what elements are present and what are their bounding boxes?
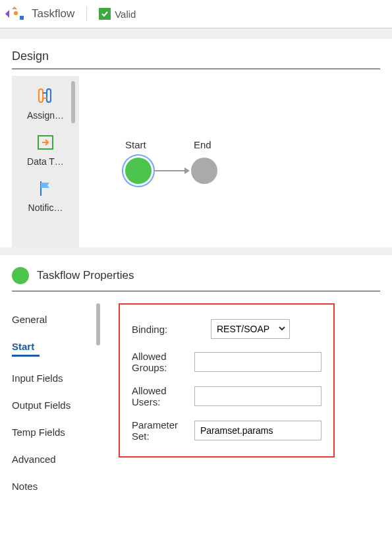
start-node-dot-icon — [12, 267, 29, 284]
tab-label: Input Fields — [12, 372, 63, 384]
top-bar: Taskflow Valid — [0, 0, 392, 28]
parameter-set-input[interactable] — [194, 421, 322, 440]
palette-item-assignment[interactable]: Assign… — [12, 81, 79, 127]
end-node-label: End — [194, 139, 211, 150]
binding-label: Binding: — [132, 324, 211, 335]
palette-item-label: Assign… — [27, 110, 64, 121]
palette: Assign… Data T… Notifi — [12, 76, 79, 247]
allowed-users-input[interactable] — [194, 386, 322, 406]
start-node[interactable] — [125, 158, 152, 184]
end-node[interactable] — [191, 158, 217, 184]
palette-item-notification[interactable]: Notific… — [12, 173, 79, 220]
tab-temp-fields[interactable]: Temp Fields — [12, 419, 100, 446]
allowed-groups-row: Allowed Groups: — [132, 351, 322, 373]
data-task-icon — [35, 134, 56, 151]
valid-label: Valid — [115, 9, 136, 20]
svg-point-2 — [14, 11, 18, 15]
parameter-set-row: Parameter Set: — [132, 419, 322, 442]
checkmark-icon — [99, 8, 111, 20]
valid-status: Valid — [99, 8, 136, 20]
allowed-users-label: Allowed Users: — [132, 385, 194, 407]
tab-output-fields[interactable]: Output Fields — [12, 392, 100, 419]
properties-header: Taskflow Properties — [12, 267, 380, 291]
allowed-groups-label: Allowed Groups: — [132, 351, 194, 373]
palette-scrollbar[interactable] — [71, 81, 75, 123]
properties-tabs: General Start Input Fields Output Fields… — [12, 303, 100, 514]
start-node-label: Start — [125, 139, 146, 150]
tab-label: Temp Fields — [12, 427, 65, 438]
assignment-icon — [35, 88, 56, 105]
design-body: Assign… Data T… Notifi — [12, 76, 380, 247]
properties-panel: Taskflow Properties General Start Input … — [0, 247, 392, 514]
design-title: Design — [12, 49, 380, 69]
palette-item-label: Data T… — [27, 156, 64, 167]
start-form: Binding: Allowed Groups: Allowed Users: — [119, 303, 380, 514]
svg-rect-3 — [20, 16, 24, 20]
design-section: Design Assign… — [0, 39, 392, 247]
tab-label: Output Fields — [12, 400, 70, 411]
allowed-groups-input[interactable] — [194, 352, 322, 372]
parameter-set-label: Parameter Set: — [132, 419, 194, 442]
tab-notes[interactable]: Notes — [12, 473, 100, 500]
tabs-scrollbar[interactable] — [96, 303, 100, 345]
separator-band — [0, 28, 392, 39]
svg-rect-5 — [47, 89, 51, 102]
allowed-users-row: Allowed Users: — [132, 385, 322, 407]
binding-select[interactable] — [211, 319, 290, 339]
svg-rect-4 — [39, 89, 43, 102]
properties-title: Taskflow Properties — [37, 269, 134, 282]
tab-start[interactable]: Start — [12, 333, 100, 365]
edge-start-end[interactable] — [154, 170, 188, 171]
palette-item-label: Notific… — [28, 202, 63, 213]
tab-label: Start — [12, 341, 34, 352]
tab-advanced[interactable]: Advanced — [12, 446, 100, 473]
tab-label: Advanced — [12, 454, 56, 465]
design-canvas[interactable]: Start End — [79, 76, 380, 247]
highlight-box: Binding: Allowed Groups: Allowed Users: — [119, 303, 335, 458]
tab-label: General — [12, 314, 47, 325]
svg-marker-0 — [5, 10, 9, 18]
tab-general[interactable]: General — [12, 306, 100, 333]
notification-icon — [35, 180, 56, 197]
tab-label: Notes — [12, 481, 38, 492]
app-title: Taskflow — [32, 7, 74, 20]
palette-item-data-task[interactable]: Data T… — [12, 127, 79, 173]
tab-input-fields[interactable]: Input Fields — [12, 365, 100, 392]
vertical-divider — [86, 7, 87, 21]
taskflow-logo-icon — [3, 5, 26, 22]
binding-row: Binding: — [132, 319, 322, 339]
svg-marker-1 — [12, 7, 17, 9]
